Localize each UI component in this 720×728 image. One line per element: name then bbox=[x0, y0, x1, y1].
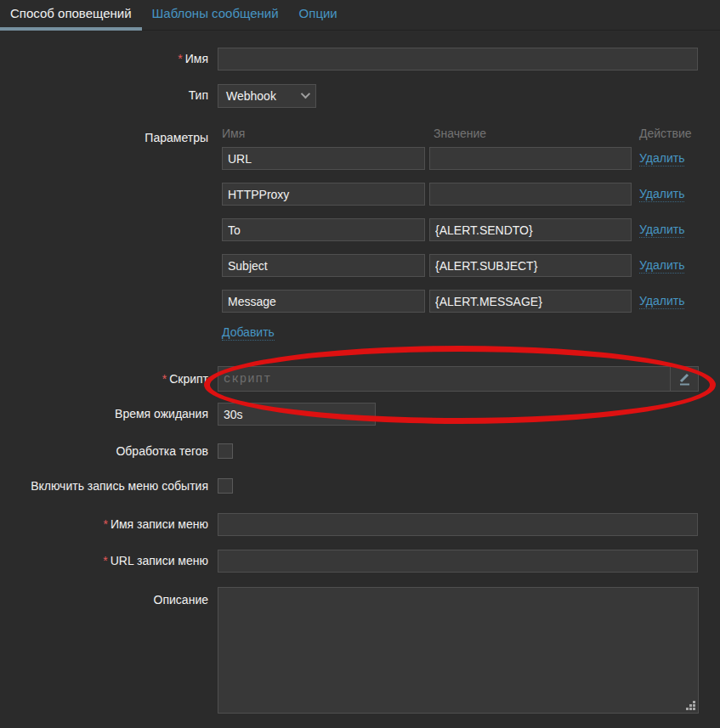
timeout-input[interactable] bbox=[218, 403, 376, 426]
required-asterisk: * bbox=[178, 52, 182, 65]
menu-url-input[interactable] bbox=[218, 550, 698, 573]
name-row: *Имя bbox=[0, 48, 720, 71]
tab-media-type[interactable]: Способ оповещений bbox=[0, 0, 142, 31]
script-field bbox=[218, 366, 699, 392]
description-label: Описание bbox=[0, 587, 208, 607]
media-type-form: *Имя Тип Webhook Параметры Имя Значение … bbox=[0, 31, 720, 714]
script-edit-button[interactable] bbox=[670, 367, 698, 391]
parameter-value-input[interactable] bbox=[429, 290, 632, 313]
event-menu-checkbox[interactable] bbox=[218, 478, 233, 494]
parameter-row: Удалить bbox=[218, 290, 692, 313]
parameter-value-input[interactable] bbox=[429, 254, 632, 277]
parameter-name-input[interactable] bbox=[222, 147, 425, 170]
type-select-value: Webhook bbox=[226, 89, 276, 103]
parameters-row: Параметры Имя Значение Действие Удалить … bbox=[0, 127, 720, 366]
type-row: Тип Webhook bbox=[0, 84, 720, 108]
event-menu-row: Включить запись меню события bbox=[0, 477, 720, 494]
parameter-name-input[interactable] bbox=[222, 254, 425, 277]
parameters-label: Параметры bbox=[0, 127, 208, 144]
tab-message-templates[interactable]: Шаблоны сообщений bbox=[142, 0, 289, 31]
parameter-row: Удалить bbox=[218, 183, 692, 206]
parameter-name-input[interactable] bbox=[222, 183, 425, 206]
column-header-value: Значение bbox=[429, 127, 638, 140]
chevron-down-icon bbox=[301, 88, 310, 98]
column-header-name: Имя bbox=[218, 127, 429, 140]
parameter-value-input[interactable] bbox=[429, 218, 632, 241]
remove-parameter-link[interactable]: Удалить bbox=[639, 151, 684, 166]
process-tags-checkbox[interactable] bbox=[218, 443, 233, 459]
description-textarea[interactable] bbox=[218, 587, 699, 714]
parameter-row: Удалить bbox=[218, 147, 692, 170]
remove-parameter-link[interactable]: Удалить bbox=[639, 258, 684, 274]
script-row: *Скрипт bbox=[0, 366, 720, 392]
remove-parameter-link[interactable]: Удалить bbox=[639, 294, 684, 309]
process-tags-label: Обработка тегов bbox=[0, 443, 208, 458]
process-tags-row: Обработка тегов bbox=[0, 443, 720, 459]
column-header-action: Действие bbox=[638, 127, 692, 140]
parameter-name-input[interactable] bbox=[222, 218, 425, 241]
parameter-row: Удалить bbox=[218, 254, 692, 277]
required-asterisk: * bbox=[103, 554, 107, 567]
resize-grip-icon[interactable] bbox=[686, 701, 696, 711]
name-input[interactable] bbox=[218, 48, 698, 71]
description-row: Описание bbox=[0, 587, 720, 714]
parameter-name-input[interactable] bbox=[222, 290, 425, 313]
pencil-icon bbox=[678, 373, 691, 386]
required-asterisk: * bbox=[162, 372, 167, 386]
parameters-table-header: Имя Значение Действие bbox=[218, 127, 692, 147]
parameter-row: Удалить bbox=[218, 218, 692, 241]
script-label: *Скрипт bbox=[0, 366, 208, 386]
menu-name-input[interactable] bbox=[218, 513, 698, 536]
menu-url-row: *URL записи меню bbox=[0, 550, 720, 573]
type-select[interactable]: Webhook bbox=[218, 84, 316, 108]
remove-parameter-link[interactable]: Удалить bbox=[639, 187, 684, 202]
tab-options[interactable]: Опции bbox=[289, 0, 348, 31]
menu-url-label: *URL записи меню bbox=[0, 550, 208, 567]
timeout-label: Время ожидания bbox=[0, 403, 208, 420]
parameter-value-input[interactable] bbox=[429, 183, 632, 206]
menu-name-label: *Имя записи меню bbox=[0, 513, 208, 531]
parameter-value-input[interactable] bbox=[429, 147, 632, 170]
name-label: *Имя bbox=[0, 48, 208, 65]
remove-parameter-link[interactable]: Удалить bbox=[639, 223, 684, 238]
add-parameter-link[interactable]: Добавить bbox=[222, 325, 275, 341]
timeout-row: Время ожидания bbox=[0, 403, 720, 426]
menu-name-row: *Имя записи меню bbox=[0, 513, 720, 536]
script-input[interactable] bbox=[218, 367, 670, 391]
event-menu-label: Включить запись меню события bbox=[0, 477, 208, 493]
parameters-table: Имя Значение Действие Удалить Удалить Уд… bbox=[218, 127, 692, 366]
type-label: Тип bbox=[0, 84, 208, 102]
required-asterisk: * bbox=[103, 517, 107, 531]
tab-bar: Способ оповещений Шаблоны сообщений Опци… bbox=[0, 0, 720, 31]
